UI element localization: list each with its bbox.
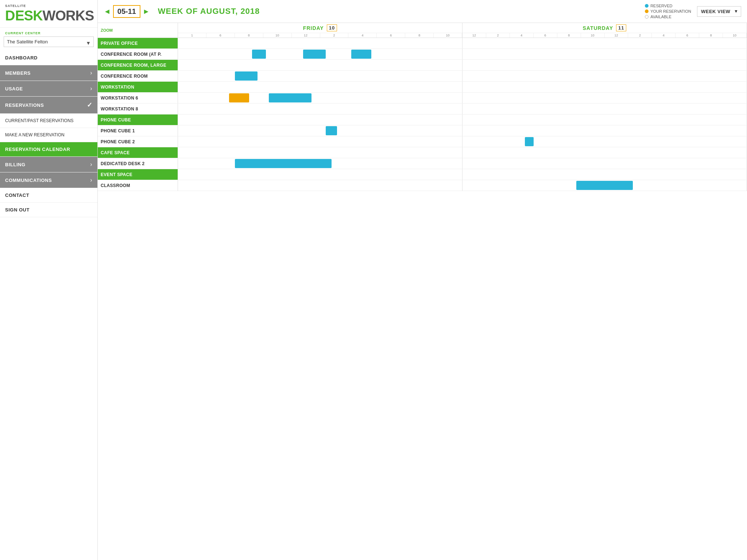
row-workstation-6[interactable]: WORKSTATION 6 <box>98 93 747 104</box>
row-phone-cube-2[interactable]: PHONE CUBE 2 <box>98 136 747 147</box>
legend-dot-available <box>645 15 649 19</box>
grid-conference-at-p <box>178 49 747 59</box>
sidebar-item-dashboard[interactable]: DASHBOARD <box>0 51 97 65</box>
reservation-block[interactable] <box>303 50 326 59</box>
friday-classroom[interactable] <box>178 180 462 191</box>
row-conference-room-at-p[interactable]: CONFERENCE ROOM (AT P. <box>98 49 747 60</box>
saturday-number: 11 <box>616 24 626 31</box>
sidebar-item-reservations[interactable]: RESERVATIONS ✓ <box>0 97 97 114</box>
reservation-block[interactable] <box>252 50 266 59</box>
row-classroom[interactable]: CLASSROOM <box>98 180 747 191</box>
day-name-friday: FRIDAY 10 <box>178 23 462 33</box>
logo-area: SATELLITE DESKWORKS <box>0 0 97 28</box>
reservation-block[interactable] <box>326 126 337 135</box>
legend-available-label: AVAILABLE <box>650 15 671 19</box>
saturday-conference-at-p[interactable] <box>462 49 747 59</box>
check-icon-reservations: ✓ <box>87 101 93 109</box>
sidebar-item-communications[interactable]: COMMUNICATIONS › <box>0 172 97 188</box>
friday-conference-at-p[interactable] <box>178 49 462 59</box>
center-select[interactable]: The Satellite Felton <box>4 36 94 47</box>
reservation-block-blue[interactable] <box>269 93 311 102</box>
legend-dot-reserved <box>645 4 649 8</box>
reservation-block-orange[interactable] <box>229 93 249 102</box>
nav-label-billing: BILLING <box>5 162 26 167</box>
saturday-dedicated-desk-2[interactable] <box>462 158 747 169</box>
day-section-saturday-header <box>462 38 747 48</box>
calendar-header: ZOOM FRIDAY 10 1 6 8 10 12 2 <box>98 23 747 38</box>
ts: 2 <box>486 33 510 38</box>
logo-works: WORKS <box>43 9 94 23</box>
sidebar-item-usage[interactable]: USAGE › <box>0 81 97 97</box>
reservation-block[interactable] <box>351 50 371 59</box>
sidebar-item-sign-out[interactable]: SIGN OUT <box>0 203 97 217</box>
sidebar-item-make-new[interactable]: MAKE A NEW RESERVATION <box>0 128 97 142</box>
ts: 8 <box>235 33 263 38</box>
nav-label-contact: CONTACT <box>5 192 29 198</box>
saturday-classroom[interactable] <box>462 180 747 191</box>
chevron-right-icon-usage: › <box>90 85 92 92</box>
saturday-workstation-8[interactable] <box>462 104 747 114</box>
legend-reserved: RESERVED <box>645 4 691 8</box>
reservation-block[interactable] <box>525 137 533 146</box>
legend-reserved-label: RESERVED <box>650 4 672 8</box>
sidebar-item-billing[interactable]: BILLING › <box>0 157 97 172</box>
day-sect <box>462 169 747 180</box>
saturday-time-slots: 12 2 4 6 8 10 12 2 4 6 8 10 <box>462 33 747 38</box>
ts: 10 <box>263 33 292 38</box>
saturday-label: SATURDAY <box>583 25 613 31</box>
row-workstation-8[interactable]: WORKSTATION 8 <box>98 104 747 114</box>
ts: 12 <box>462 33 486 38</box>
ts: 2 <box>628 33 652 38</box>
next-week-button[interactable]: ► <box>143 7 150 16</box>
day-sect <box>462 114 747 125</box>
saturday-conference-room[interactable] <box>462 71 747 81</box>
legend-dot-yours <box>645 9 649 13</box>
chevron-right-icon-billing: › <box>90 161 92 168</box>
saturday-phone-cube-2[interactable] <box>462 136 747 147</box>
row-workstation-header: WORKSTATION <box>98 82 747 93</box>
sidebar-item-contact[interactable]: CONTACT <box>0 188 97 203</box>
row-conference-room[interactable]: CONFERENCE ROOM <box>98 71 747 82</box>
sidebar-item-current-past[interactable]: CURRENT/PAST RESERVATIONS <box>0 114 97 128</box>
sidebar-item-members[interactable]: MEMBERS › <box>0 65 97 81</box>
legend-available: AVAILABLE <box>645 15 691 19</box>
center-select-wrapper[interactable]: The Satellite Felton ▼ <box>0 36 97 51</box>
friday-phone-cube-2[interactable] <box>178 136 462 147</box>
main-content: ◄ 05-11 ► WEEK OF AUGUST, 2018 RESERVED … <box>98 0 747 560</box>
nav-label-dashboard: DASHBOARD <box>5 55 38 61</box>
ts: 6 <box>534 33 557 38</box>
ts: 1 <box>178 33 206 38</box>
reservation-block[interactable] <box>235 71 258 81</box>
row-dedicated-desk-2[interactable]: DEDICATED DESK 2 <box>98 158 747 169</box>
legend-yours-label: YOUR RESERVATION <box>650 9 691 13</box>
grid-cafe-space-header <box>178 147 747 158</box>
view-select-wrapper[interactable]: WEEK VIEW ▼ <box>697 6 741 17</box>
friday-phone-cube-1[interactable] <box>178 125 462 136</box>
reservation-block[interactable] <box>576 181 633 190</box>
friday-workstation-6[interactable] <box>178 93 462 103</box>
logo-satellite: SATELLITE <box>5 4 94 8</box>
row-private-office-header: PRIVATE OFFICE <box>98 38 747 49</box>
sidebar-item-res-calendar[interactable]: RESERVATION CALENDAR <box>0 142 97 157</box>
topbar: ◄ 05-11 ► WEEK OF AUGUST, 2018 RESERVED … <box>98 0 747 23</box>
friday-workstation-8[interactable] <box>178 104 462 114</box>
friday-conference-room[interactable] <box>178 71 462 81</box>
day-sect <box>178 147 462 158</box>
ts: 6 <box>377 33 405 38</box>
calendar-wrapper: ZOOM FRIDAY 10 1 6 8 10 12 2 <box>98 23 747 560</box>
logo-d: D <box>5 8 15 24</box>
row-conf-large-header: CONFERENCE ROOM, LARGE <box>98 60 747 71</box>
day-sect <box>462 82 747 92</box>
friday-dedicated-desk-2[interactable] <box>178 158 462 169</box>
week-range-box: 05-11 <box>113 5 140 18</box>
row-phone-cube-header: PHONE CUBE <box>98 114 747 125</box>
day-sect <box>462 60 747 70</box>
saturday-phone-cube-1[interactable] <box>462 125 747 136</box>
reservation-block[interactable] <box>235 159 332 168</box>
day-sect <box>462 147 747 158</box>
row-phone-cube-1[interactable]: PHONE CUBE 1 <box>98 125 747 136</box>
view-select[interactable]: WEEK VIEW <box>697 6 741 17</box>
prev-week-button[interactable]: ◄ <box>104 7 111 16</box>
saturday-workstation-6[interactable] <box>462 93 747 103</box>
ts: 4 <box>652 33 676 38</box>
